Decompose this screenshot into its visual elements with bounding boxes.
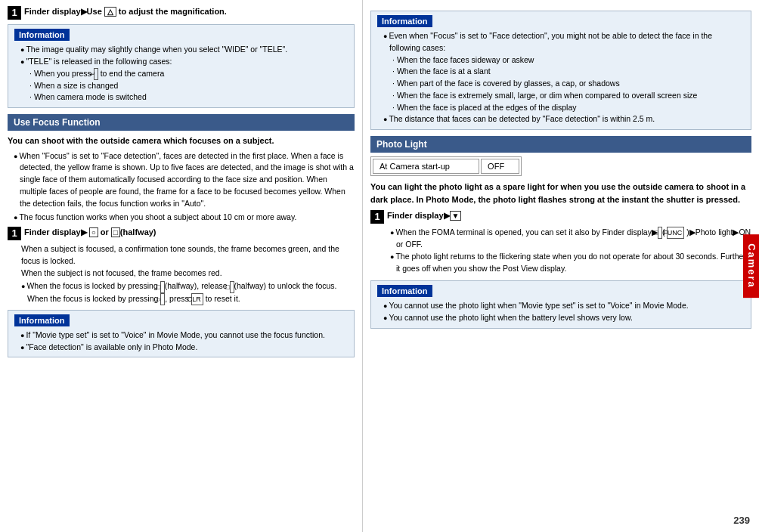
- step1-number: 1: [8, 6, 21, 20]
- info-box-2: Information If "Movie type set" is set t…: [8, 310, 355, 358]
- step2-bullet1: When the focus is locked by pressing □(h…: [21, 280, 355, 305]
- step3-bullet2: The photo light returns to the flickerin…: [390, 251, 751, 275]
- info2-item1: If "Movie type set" is set to "Voice" in…: [20, 329, 348, 342]
- camera-tab: Camera: [743, 234, 759, 298]
- step2-title: Finder display▶ ○ or □(halfway): [24, 227, 156, 237]
- info4-item2: You cannot use the photo light when the …: [383, 312, 745, 324]
- focus-bullet1: When "Focus" is set to "Face detection",…: [14, 150, 355, 210]
- step2-row: 1 Finder display▶ ○ or □(halfway): [8, 227, 355, 240]
- info3-item2: The distance that faces can be detected …: [383, 113, 745, 125]
- info-box-4: Information You cannot use the photo lig…: [370, 280, 751, 329]
- step3-title: Finder display▶▼: [387, 211, 461, 220]
- info3-sub3: When part of the face is covered by glas…: [383, 78, 745, 90]
- step1-content: Finder display▶Use △ to adjust the magni…: [24, 6, 355, 17]
- info-box-2-content: If "Movie type set" is set to "Voice" in…: [14, 329, 348, 354]
- step3-content-block: When the FOMA terminal is opened, you ca…: [384, 227, 751, 274]
- info3-item1: Even when "Focus" is set to "Face detect…: [383, 30, 745, 54]
- info3-sub5: When the face is placed at the edges of …: [383, 102, 745, 114]
- page-number: 239: [733, 515, 750, 526]
- table-col1: At Camera start-up: [373, 159, 479, 174]
- photo-light-table: At Camera start-up OFF: [370, 156, 522, 176]
- step3-number: 1: [370, 210, 384, 224]
- info-box-3: Information Even when "Focus" is set to …: [370, 11, 751, 130]
- info-box-1: Information The image quality may slight…: [8, 24, 355, 108]
- info3-sub4: When the face is extremely small, large,…: [383, 90, 745, 102]
- info3-sub2: When the face is at a slant: [383, 66, 745, 78]
- table-col2: OFF: [481, 159, 519, 174]
- info1-item1: The image quality may slightly change wh…: [20, 44, 348, 56]
- info-box-3-header: Information: [377, 15, 432, 27]
- focus-body-text: You can shoot with the outside camera wh…: [8, 135, 355, 147]
- step3-bullet1: When the FOMA terminal is opened, you ca…: [390, 227, 751, 251]
- info-box-4-content: You cannot use the photo light when "Mov…: [377, 300, 745, 324]
- focus-bullet2: The focus function works when you shoot …: [14, 212, 355, 224]
- info4-item1: You cannot use the photo light when "Mov…: [383, 300, 745, 312]
- info-box-1-header: Information: [14, 29, 70, 41]
- info3-sub1: When the face faces sideway or askew: [383, 54, 745, 66]
- photo-light-section-header: Photo Light: [370, 136, 751, 153]
- left-column: 1 Finder display▶Use △ to adjust the mag…: [0, 0, 363, 532]
- step2-number: 1: [8, 227, 21, 240]
- info-box-3-content: Even when "Focus" is set to "Face detect…: [377, 30, 745, 125]
- info-box-2-header: Information: [14, 314, 70, 326]
- info1-sub3: When camera mode is switched: [20, 91, 348, 104]
- step2-content: Finder display▶ ○ or □(halfway): [24, 227, 355, 238]
- step3-content: Finder display▶▼: [387, 210, 751, 221]
- use-focus-section-header: Use Focus Function: [8, 114, 355, 131]
- info-box-1-content: The image quality may slightly change wh…: [14, 44, 348, 104]
- info-box-4-header: Information: [377, 285, 432, 297]
- step2-sub1: When a subject is focused, a confirmatio…: [21, 243, 355, 268]
- photo-light-body: You can light the photo light as a spare…: [370, 181, 751, 206]
- right-column: Information Even when "Focus" is set to …: [363, 0, 759, 532]
- step1-row: 1 Finder display▶Use △ to adjust the mag…: [8, 6, 355, 20]
- info1-sub2: When a size is changed: [20, 80, 348, 92]
- step3-row: 1 Finder display▶▼: [370, 210, 751, 224]
- step1-title: Finder display▶Use △ to adjust the magni…: [24, 7, 227, 16]
- step2-sub2: When the subject is not focused, the fra…: [21, 268, 355, 280]
- info1-item2: "TELE" is released in the following case…: [20, 56, 348, 68]
- info1-sub1: When you press ↵ to end the camera: [20, 68, 348, 80]
- info2-item2: "Face detection" is available only in Ph…: [20, 342, 348, 354]
